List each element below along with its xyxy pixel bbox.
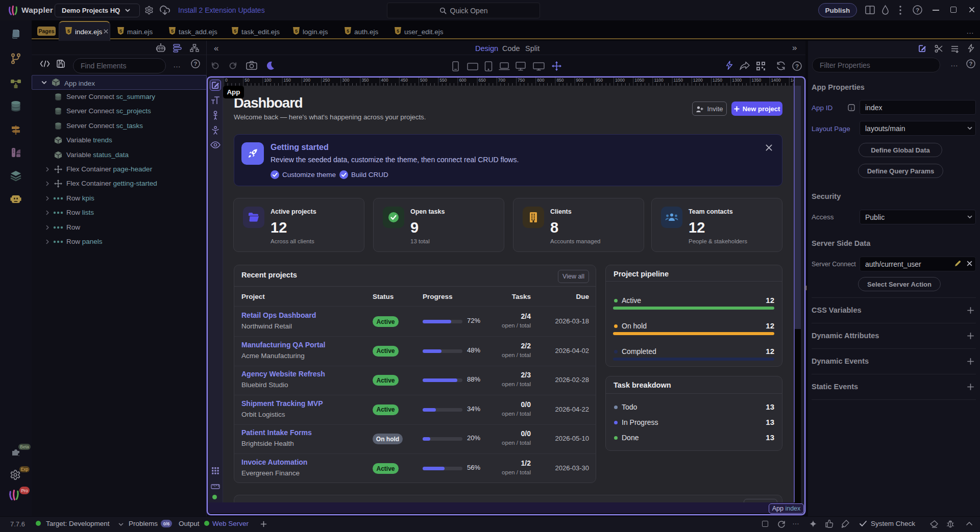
svg-text:?: ?: [969, 61, 973, 67]
svg-text:i: i: [851, 106, 852, 111]
svg-text:450: 450: [401, 78, 408, 83]
svg-text:850: 850: [556, 78, 564, 83]
svg-text:1300: 1300: [732, 78, 742, 83]
svg-text:550: 550: [439, 78, 447, 83]
svg-text:500: 500: [420, 78, 427, 83]
svg-text:1050: 1050: [634, 78, 644, 83]
svg-text:?: ?: [194, 61, 198, 67]
svg-text:300: 300: [342, 78, 349, 83]
svg-text:650: 650: [479, 78, 486, 83]
svg-text:5: 5: [67, 29, 70, 34]
svg-text:1100: 1100: [654, 78, 664, 83]
svg-text:1350: 1350: [751, 78, 761, 83]
svg-text:5: 5: [234, 29, 236, 34]
svg-text:5: 5: [119, 29, 122, 34]
svg-text:5: 5: [397, 29, 399, 34]
svg-text:400: 400: [381, 78, 388, 83]
svg-text:5: 5: [347, 29, 349, 34]
svg-text:150: 150: [284, 78, 291, 83]
svg-text:1200: 1200: [693, 78, 703, 83]
svg-text:250: 250: [323, 78, 330, 83]
svg-text:5: 5: [171, 29, 174, 34]
svg-text:1000: 1000: [615, 78, 625, 83]
svg-text:350: 350: [361, 78, 369, 83]
svg-text:100: 100: [264, 78, 271, 83]
svg-text:900: 900: [576, 78, 583, 83]
svg-text:?: ?: [916, 7, 919, 13]
svg-text:0: 0: [225, 78, 228, 83]
svg-text:700: 700: [498, 78, 505, 83]
svg-text:1400: 1400: [771, 78, 781, 83]
svg-text:200: 200: [303, 78, 310, 83]
svg-text:600: 600: [459, 78, 466, 83]
svg-text:750: 750: [518, 78, 525, 83]
svg-text:1150: 1150: [674, 78, 683, 83]
svg-text:950: 950: [596, 78, 603, 83]
svg-text:5: 5: [295, 29, 298, 34]
svg-text:800: 800: [537, 78, 544, 83]
svg-text:50: 50: [244, 78, 250, 83]
svg-text:?: ?: [795, 63, 799, 69]
svg-text:1250: 1250: [713, 78, 722, 83]
